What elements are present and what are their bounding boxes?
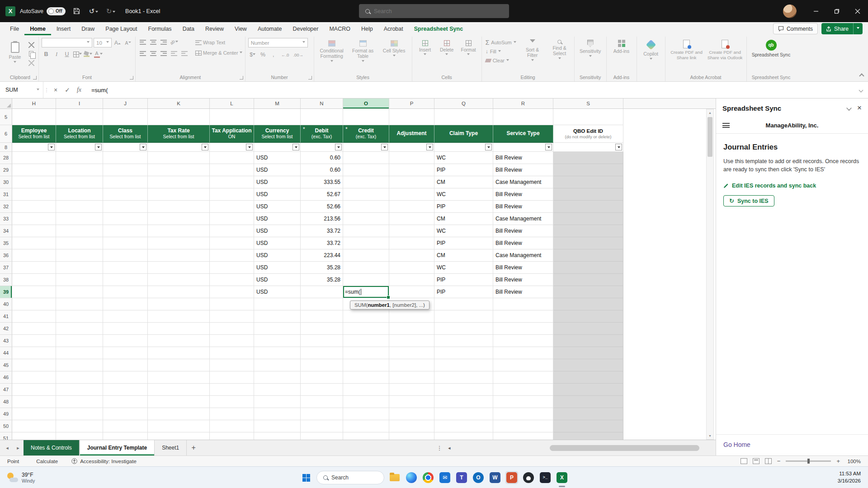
row-header-51[interactable]: 51 [0,432,12,440]
cell-S31[interactable] [553,188,623,201]
column-header-H[interactable]: H [12,99,56,108]
sync-to-ies-button[interactable]: ↻ Sync to IES [723,195,774,206]
cell-P5[interactable] [389,109,434,125]
cell-I39[interactable] [56,286,103,298]
cell-I29[interactable] [56,164,103,176]
merge-center-button[interactable]: Merge & Center [195,48,242,57]
cell-H30[interactable] [12,176,56,188]
align-left-button[interactable] [138,49,147,57]
cell-L50[interactable] [210,420,254,432]
cell-N39[interactable] [301,286,343,298]
cell-H39[interactable] [12,286,56,298]
mail-icon[interactable]: ✉ [439,471,451,484]
template-header-R[interactable]: Service Type [493,125,553,143]
cell-K51[interactable] [148,432,210,440]
cell-R50[interactable] [493,420,553,432]
grow-font-button[interactable]: A [113,39,122,47]
sort-filter-button[interactable]: Sort & Filter [521,38,544,65]
chrome-icon[interactable] [422,471,434,484]
cell-I33[interactable] [56,213,103,225]
zoom-out-button[interactable]: − [777,458,781,465]
cancel-entry-button[interactable]: × [50,82,61,98]
add-sheet-button[interactable]: + [187,440,200,455]
row-header-32[interactable]: 32 [0,201,12,213]
cell-I30[interactable] [56,176,103,188]
cell-S46[interactable] [553,371,623,384]
template-header-O[interactable]: *Credit(exc. Tax) [343,125,389,143]
cell-N44[interactable] [301,347,343,359]
cell-H49[interactable] [12,408,56,420]
cell-J47[interactable] [103,384,148,396]
cell-I44[interactable] [56,347,103,359]
cell-O30[interactable] [343,176,389,188]
undo-button[interactable]: ↺ [87,5,100,18]
row-header-28[interactable]: 28 [0,152,12,164]
find-select-button[interactable]: Find & Select [548,38,571,65]
fill-button[interactable]: ↓ Fill [485,47,517,56]
cell-K33[interactable] [148,213,210,225]
cell-L48[interactable] [210,396,254,408]
create-pdf-share-link-button[interactable]: Create PDF and Share link [668,38,705,61]
cell-M44[interactable] [254,347,301,359]
ribbon-tab-acrobat[interactable]: Acrobat [378,23,409,35]
cell-P34[interactable] [389,225,434,237]
zoom-slider[interactable] [786,460,831,462]
cell-Q33[interactable]: CM [434,213,493,225]
cell-K40[interactable] [148,298,210,310]
cell-H47[interactable] [12,384,56,396]
cell-N43[interactable] [301,335,343,347]
row-header-47[interactable]: 47 [0,384,12,396]
cell-N31[interactable]: 52.67 [301,188,343,201]
spreadsheet-sync-button[interactable]: qb Spreadsheet Sync [750,38,793,58]
wrap-text-button[interactable]: Wrap Text [195,38,242,47]
cell-L34[interactable] [210,225,254,237]
cell-I42[interactable] [56,323,103,335]
row-header-43[interactable]: 43 [0,335,12,347]
cell-I41[interactable] [56,310,103,323]
cell-O37[interactable] [343,262,389,274]
cell-M41[interactable] [254,310,301,323]
filter-dropdown-L[interactable] [246,144,253,150]
word-icon[interactable]: W [489,471,501,484]
horizontal-scroll-thumb[interactable] [550,445,699,451]
cell-S5[interactable] [553,109,623,125]
template-header-K[interactable]: Tax RateSelect from list [148,125,210,143]
format-painter-button[interactable] [27,59,36,67]
copy-button[interactable] [27,50,36,58]
format-cells-button[interactable]: Format [458,38,479,56]
cell-M34[interactable]: USD [254,225,301,237]
search-input[interactable] [374,8,487,14]
cell-M43[interactable] [254,335,301,347]
cell-R40[interactable] [493,298,553,310]
filter-dropdown-H[interactable] [48,144,55,150]
ribbon-tab-home[interactable]: Home [24,23,51,35]
cell-O39[interactable]: =sum( [343,286,389,298]
sheet-options-icon[interactable]: ⋮ [434,440,444,455]
terminal-icon[interactable]: >_ [539,471,552,484]
cell-Q42[interactable] [434,323,493,335]
search-box[interactable] [359,4,509,18]
menu-icon[interactable] [722,123,730,128]
cell-O48[interactable] [343,396,389,408]
chevron-down-icon[interactable] [846,105,851,110]
cell-P44[interactable] [389,347,434,359]
cell-R49[interactable] [493,408,553,420]
cell-S32[interactable] [553,201,623,213]
cell-K34[interactable] [148,225,210,237]
cell-P50[interactable] [389,420,434,432]
column-header-M[interactable]: M [254,99,301,108]
cell-R5[interactable] [493,109,553,125]
cell-Q41[interactable] [434,310,493,323]
cell-L44[interactable] [210,347,254,359]
dialog-launcher-icon[interactable] [308,76,312,80]
create-pdf-share-outlook-button[interactable]: Create PDF and Share via Outlook [707,38,744,61]
cell-L46[interactable] [210,371,254,384]
cell-J50[interactable] [103,420,148,432]
cell-H5[interactable] [12,109,56,125]
cell-L47[interactable] [210,384,254,396]
cell-I46[interactable] [56,371,103,384]
sheet-nav-left-icon[interactable]: ◂ [2,440,13,455]
teams-icon[interactable]: T [455,471,468,484]
cell-S44[interactable] [553,347,623,359]
cell-K38[interactable] [148,274,210,286]
